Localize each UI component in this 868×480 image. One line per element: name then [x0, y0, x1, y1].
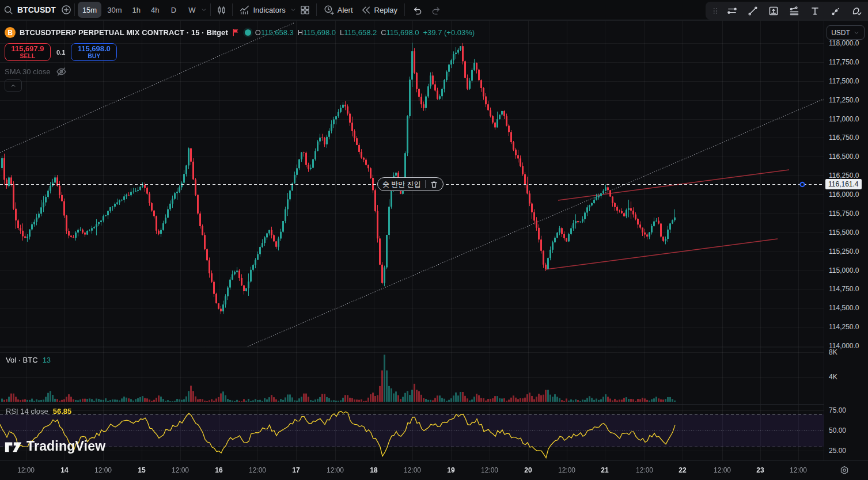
- price-tick-label: 114,250.0: [829, 322, 859, 332]
- time-label: 12:00: [94, 466, 112, 474]
- timeframe-chevron-down-icon[interactable]: [200, 6, 207, 13]
- currency-chevron-down-icon: [853, 29, 860, 36]
- trade-buttons: 115,697.9 SELL 0.1 115,698.0 BUY: [5, 43, 117, 61]
- compare-add-icon[interactable]: [61, 5, 71, 15]
- alert-clock-icon: [324, 5, 334, 15]
- alert-line-pill[interactable]: 숏 반만 진입: [377, 177, 444, 191]
- price-axis[interactable]: USDT 118,000.0117,750.0117,500.0117,250.…: [824, 21, 868, 460]
- tool-parallel-lines-icon[interactable]: [722, 3, 742, 19]
- toolbar-divider: [232, 3, 233, 16]
- price-tick-label: 115,500.0: [829, 228, 859, 237]
- open-value: 115,658.3: [261, 28, 294, 37]
- indicators-chevron-down-icon[interactable]: [290, 6, 297, 13]
- price-tick-label: 116,750.0: [829, 133, 859, 142]
- tool-freehand-icon[interactable]: [846, 3, 867, 19]
- sell-button[interactable]: 115,697.9 SELL: [5, 43, 51, 61]
- symbol-label: BTCUSDT: [17, 5, 56, 14]
- drag-handle-icon[interactable]: [709, 3, 722, 19]
- trash-icon[interactable]: [430, 180, 438, 189]
- timeframe-30m[interactable]: 30m: [103, 2, 126, 18]
- timeframe-1h[interactable]: 1h: [127, 2, 145, 18]
- collapse-legend-button[interactable]: [5, 79, 22, 92]
- time-label-day: 16: [215, 466, 222, 474]
- undo-icon[interactable]: [408, 2, 427, 18]
- axis-tick-label: 50.00: [829, 426, 846, 435]
- alert-line-text: 숏 반만 진입: [382, 180, 421, 189]
- price-tick-label: 117,250.0: [829, 96, 859, 105]
- time-label-day: 23: [756, 466, 764, 474]
- sma-legend[interactable]: SMA 30 close: [5, 66, 67, 77]
- rsi-value: 56.85: [53, 407, 72, 416]
- axis-tick-label: 4K: [829, 372, 837, 382]
- time-label-day: 22: [679, 466, 686, 474]
- rsi-legend[interactable]: RSI 14 close 56.85: [6, 407, 71, 416]
- tool-trend-angle-icon[interactable]: [825, 3, 846, 19]
- chart-style-icon[interactable]: [214, 2, 229, 18]
- time-label-day: 14: [60, 466, 68, 474]
- tool-projection-icon[interactable]: [763, 3, 784, 19]
- low-value: 115,658.2: [344, 28, 377, 37]
- spread-value: 0.1: [56, 49, 65, 56]
- time-label: 12:00: [636, 466, 653, 474]
- time-label: 12:00: [714, 466, 731, 474]
- indicators-button[interactable]: Indicators: [236, 2, 289, 18]
- time-axis[interactable]: 12:001412:001512:001612:001712:001812:00…: [0, 460, 868, 480]
- price-tick-label: 114,750.0: [829, 284, 859, 294]
- tool-text-icon[interactable]: [805, 3, 825, 19]
- axis-tick-label: 25.00: [829, 446, 846, 455]
- replay-button[interactable]: Replay: [357, 2, 401, 18]
- timezone-settings-icon[interactable]: [840, 466, 849, 475]
- volume-value: 13: [43, 356, 51, 364]
- close-value: 115,698.0: [386, 28, 419, 37]
- price-tick-label: 117,500.0: [829, 77, 859, 86]
- tool-trend-line-icon[interactable]: [742, 3, 763, 19]
- alert-label: Alert: [338, 6, 353, 14]
- price-tick-label: 116,000.0: [829, 190, 859, 199]
- tradingview-logo-icon: [5, 440, 22, 453]
- ohlc-values: O115,658.3 H115,698.0 L115,658.2 C115,69…: [255, 28, 475, 37]
- price-tick-label: 117,000.0: [829, 115, 859, 124]
- price-tick-label: 114,500.0: [829, 303, 859, 313]
- chart-area: B BTCUSDTPERP PERPETUAL MIX CONTRACT · 1…: [0, 21, 824, 460]
- replay-icon: [361, 5, 371, 15]
- redo-icon[interactable]: [427, 2, 446, 18]
- timeframe-group: 15m30m1h4hDW: [78, 2, 201, 18]
- replay-label: Replay: [374, 6, 397, 14]
- sell-label: SELL: [20, 53, 36, 59]
- tool-pitchfork-icon[interactable]: [784, 3, 805, 19]
- indicators-icon: [240, 5, 249, 15]
- alert-price-label[interactable]: 116,161.4: [825, 179, 862, 189]
- layout-grid-icon[interactable]: [297, 2, 313, 18]
- timeframe-4h[interactable]: 4h: [146, 2, 164, 18]
- flag-icon[interactable]: [232, 28, 241, 37]
- symbol-legend[interactable]: B BTCUSDTPERP PERPETUAL MIX CONTRACT · 1…: [5, 27, 475, 38]
- timeframe-15m[interactable]: 15m: [78, 2, 101, 18]
- search-icon[interactable]: [3, 5, 13, 15]
- time-label: 12:00: [249, 466, 266, 474]
- axis-tick-label: 8K: [829, 348, 837, 357]
- symbol-button[interactable]: BTCUSDT: [13, 2, 60, 18]
- symbol-title: BTCUSDTPERP PERPETUAL MIX CONTRACT · 15 …: [20, 28, 228, 37]
- indicators-label: Indicators: [253, 6, 285, 14]
- timeframe-W[interactable]: W: [183, 2, 200, 18]
- time-label: 12:00: [17, 466, 35, 474]
- timeframe-D[interactable]: D: [165, 2, 182, 18]
- buy-label: BUY: [88, 53, 100, 59]
- time-label: 12:00: [481, 466, 498, 474]
- chart-canvas[interactable]: [0, 21, 824, 460]
- buy-button[interactable]: 115,698.0 BUY: [71, 43, 117, 61]
- alert-button[interactable]: Alert: [320, 2, 357, 18]
- time-label-day: 17: [292, 466, 300, 474]
- high-value: 115,698.0: [303, 28, 336, 37]
- price-tick-label: 118,000.0: [829, 39, 859, 48]
- currency-selector[interactable]: USDT: [827, 25, 865, 40]
- watermark-text: TradingView: [26, 439, 105, 454]
- price-tick-label: 115,000.0: [829, 266, 859, 275]
- open-key: O: [255, 28, 261, 37]
- eye-off-icon[interactable]: [56, 66, 67, 77]
- close-key: C: [381, 28, 386, 37]
- toolbar-divider: [316, 3, 317, 16]
- time-label-day: 21: [601, 466, 608, 474]
- volume-legend[interactable]: Vol · BTC 13: [6, 356, 51, 364]
- toolbar-divider: [210, 3, 211, 16]
